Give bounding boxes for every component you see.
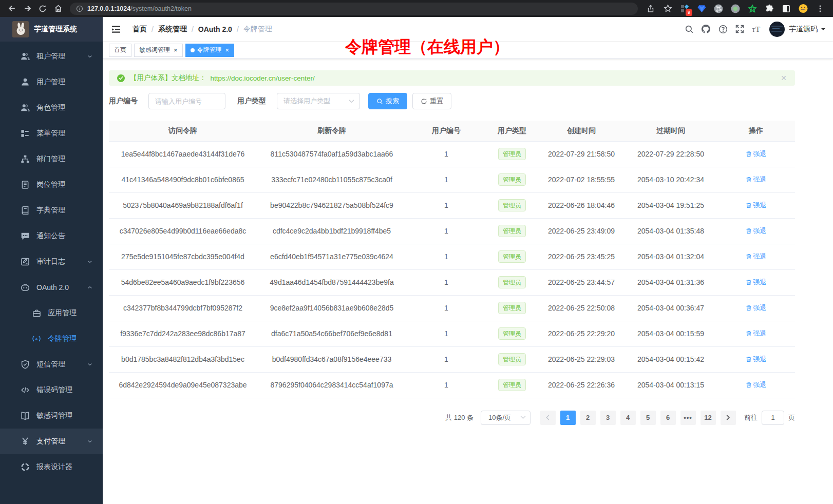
goto-page-input[interactable] (762, 411, 784, 425)
refresh-token-cell: 9ce8ef2aa9f14056b831ae9b608e28d5 (257, 295, 407, 321)
page-button-1[interactable]: 1 (560, 411, 576, 425)
expires-cell: 2054-03-04 00:36:47 (624, 295, 717, 321)
sidebar-item-pay[interactable]: 支付管理 (0, 429, 103, 454)
prev-page-button[interactable] (540, 411, 556, 425)
expires-cell: 2054-03-04 01:31:36 (624, 269, 717, 295)
page-button-4[interactable]: 4 (620, 411, 636, 425)
bookmark-star-icon[interactable] (663, 4, 672, 13)
home-icon[interactable] (50, 2, 66, 16)
created-cell: 2022-06-25 22:50:08 (538, 295, 624, 321)
page-button-3[interactable]: 3 (600, 411, 616, 425)
tab-敏感词管理[interactable]: 敏感词管理× (134, 44, 183, 57)
action-cell: 强退 (717, 321, 795, 346)
sidebar-item-token[interactable]: A令牌管理 (0, 326, 103, 352)
force-logout-button[interactable]: 强退 (746, 175, 767, 184)
force-logout-button[interactable]: 强退 (746, 226, 767, 236)
alert-close-icon[interactable]: ✕ (781, 74, 787, 82)
sidebar-item-dict[interactable]: 字典管理 (0, 198, 103, 223)
sidebar-item-role[interactable]: 角色管理 (0, 95, 103, 121)
sidebar-item-errcode[interactable]: 错误码管理 (0, 377, 103, 403)
page-button-2[interactable]: 2 (580, 411, 596, 425)
action-cell: 强退 (717, 269, 795, 295)
page-size-select[interactable]: 10条/页 (481, 411, 531, 425)
user-name[interactable]: 芋道源码 (789, 25, 818, 34)
share-icon[interactable] (646, 4, 655, 13)
sidebar-item-sensitive[interactable]: 敏感词管理 (0, 403, 103, 429)
created-cell: 2022-06-26 18:04:46 (538, 192, 624, 218)
force-logout-button[interactable]: 强退 (746, 355, 767, 364)
github-icon[interactable] (697, 21, 714, 38)
collapse-sidebar-icon[interactable] (107, 24, 125, 34)
search-button[interactable]: 搜索 (368, 93, 407, 109)
sidebar-item-tenant[interactable]: 租户管理 (0, 44, 103, 69)
tab-首页[interactable]: 首页 (109, 44, 131, 57)
breadcrumb-item[interactable]: 首页 (132, 25, 147, 34)
app-logo-row[interactable]: 芋道管理系统 (0, 17, 103, 42)
page-button-6[interactable]: 6 (660, 411, 676, 425)
report-icon (21, 462, 30, 472)
user-type-cell: 管理员 (486, 192, 538, 218)
sidebar-item-oauth[interactable]: OAuth 2.0 (0, 275, 103, 300)
chevron-down-icon (87, 438, 93, 444)
browser-menu-icon[interactable] (816, 4, 825, 13)
force-logout-button[interactable]: 强退 (746, 380, 767, 390)
search-icon[interactable] (680, 21, 697, 38)
font-size-icon[interactable]: TT (748, 21, 765, 38)
sidebar-item-notice[interactable]: 通知公告 (0, 223, 103, 249)
force-logout-button[interactable]: 强退 (746, 329, 767, 338)
trash-icon (746, 202, 752, 208)
gem-extension-icon[interactable] (697, 4, 706, 13)
page-button-5[interactable]: 5 (640, 411, 656, 425)
profile-avatar-icon[interactable] (799, 4, 808, 13)
sidebar-extension-icon[interactable] (782, 4, 791, 13)
breadcrumb-item[interactable]: 系统管理 (158, 25, 187, 34)
table-row: 41c41346a548490f9dc8b01c6bfe0865333ecfc7… (109, 167, 795, 192)
command-extension-icon[interactable] (714, 4, 723, 13)
reset-button[interactable]: 重置 (412, 93, 451, 109)
reload-icon[interactable] (35, 2, 50, 16)
column-header: 刷新令牌 (257, 121, 407, 141)
force-logout-button[interactable]: 强退 (746, 149, 767, 159)
next-page-button[interactable] (721, 411, 736, 425)
sidebar-item-app[interactable]: 应用管理 (0, 300, 103, 326)
refresh-token-cell: e6cfd40eb1f54571a31e775e039c4624 (257, 244, 407, 269)
extension-grid-icon[interactable]: 9 (680, 4, 689, 13)
user-type-select[interactable]: 请选择用户类型 (277, 93, 360, 109)
user-id-cell: 1 (407, 269, 486, 295)
puzzle-extension-icon[interactable] (765, 4, 774, 13)
sidebar-item-sms[interactable]: 短信管理 (0, 352, 103, 377)
breadcrumb-item[interactable]: OAuth 2.0 (198, 25, 232, 33)
sidebar-item-menu[interactable]: 菜单管理 (0, 121, 103, 146)
user-type-badge: 管理员 (498, 148, 526, 160)
record-extension-icon[interactable] (731, 4, 740, 13)
sidebar-item-post[interactable]: 岗位管理 (0, 172, 103, 198)
user-id-cell: 1 (407, 167, 486, 192)
force-logout-button[interactable]: 强退 (746, 303, 767, 313)
sidebar-item-dept[interactable]: 部门管理 (0, 146, 103, 172)
force-logout-button[interactable]: 强退 (746, 201, 767, 210)
site-info-icon[interactable] (76, 5, 83, 12)
back-icon[interactable] (4, 2, 20, 16)
sidebar-item-audit[interactable]: 审计日志 (0, 249, 103, 275)
tab-close-icon[interactable]: × (174, 47, 178, 53)
force-logout-button[interactable]: 强退 (746, 278, 767, 287)
help-icon[interactable] (714, 21, 731, 38)
fullscreen-icon[interactable] (731, 21, 748, 38)
page-button-12[interactable]: 12 (701, 411, 716, 425)
user-avatar[interactable] (769, 22, 785, 37)
action-cell: 强退 (717, 218, 795, 244)
force-logout-button[interactable]: 强退 (746, 252, 767, 261)
sidebar-item-report[interactable]: 报表设计器 (0, 454, 103, 480)
chevron-up-icon (87, 284, 93, 290)
url-bar[interactable]: 127.0.0.1:1024/system/oauth2/token (70, 3, 638, 15)
column-header: 操作 (717, 121, 795, 141)
sidebar-item-user[interactable]: 用户管理 (0, 69, 103, 95)
page-ellipsis[interactable]: ••• (680, 411, 696, 425)
forward-icon[interactable] (20, 2, 35, 16)
star-extension-icon[interactable] (748, 4, 757, 13)
alert-doc-link[interactable]: https://doc.iocoder.cn/user-center/ (211, 74, 315, 82)
user-id-input[interactable] (148, 93, 225, 109)
tab-令牌管理[interactable]: 令牌管理× (185, 44, 235, 57)
user-menu-caret-icon[interactable] (821, 27, 826, 31)
tab-close-icon[interactable]: × (225, 47, 230, 53)
